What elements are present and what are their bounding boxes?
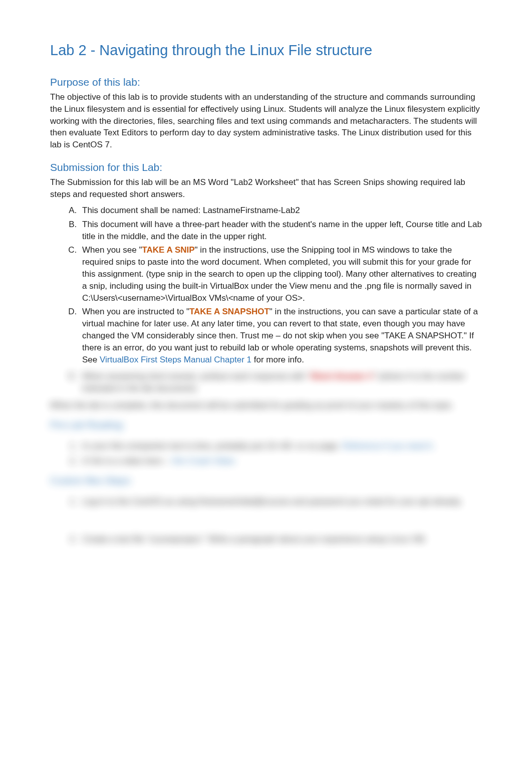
submission-item-b: This document will have a three-part hea… bbox=[79, 219, 482, 243]
custom-step-1: Log-in to the CentOS as using firstname/… bbox=[79, 496, 482, 508]
submission-heading: Submission for this Lab: bbox=[50, 160, 482, 174]
summary-text: When the lab is complete, this document … bbox=[50, 400, 482, 412]
text: When you are instructed to " bbox=[82, 307, 189, 316]
vim-video-link[interactable]: Vim Crash Video bbox=[171, 456, 235, 466]
submission-list: This document shall be named: LastnameFi… bbox=[50, 205, 482, 365]
reference-link[interactable]: Reference if you need it. bbox=[342, 441, 434, 451]
short-answer-label: Short Answer # bbox=[311, 371, 373, 381]
custom-step-2: Create a text file "courseproject." Writ… bbox=[79, 533, 482, 545]
submission-item-d: When you are instructed to "TAKE A SNAPS… bbox=[79, 306, 482, 365]
submission-item-c: When you see "TAKE A SNIP" in the instru… bbox=[79, 244, 482, 304]
blurred-content: When answering short answer, preface eac… bbox=[50, 370, 482, 545]
purpose-heading: Purpose of this lab: bbox=[50, 75, 482, 89]
take-a-snapshot-label: TAKE A SNAPSHOT bbox=[189, 307, 270, 316]
submission-item-e: When answering short answer, preface eac… bbox=[79, 370, 482, 395]
text: A Vim is a video here – bbox=[82, 456, 171, 466]
prelab-item-1: In your this companion text is time, pro… bbox=[79, 440, 482, 452]
prelab-heading: Pre-Lab Reading: bbox=[50, 419, 482, 432]
take-a-snip-label: TAKE A SNIP bbox=[142, 245, 194, 255]
virtualbox-manual-link[interactable]: VirtualBox First Steps Manual Chapter 1 bbox=[100, 355, 251, 364]
purpose-text: The objective of this lab is to provide … bbox=[50, 91, 482, 151]
text: When you see " bbox=[82, 245, 142, 255]
custom-heading: Custom files Steps: bbox=[50, 474, 482, 488]
submission-item-a: This document shall be named: LastnameFi… bbox=[79, 205, 482, 217]
text: In your this companion text is time, pro… bbox=[82, 441, 342, 451]
submission-intro: The Submission for this lab will be an M… bbox=[50, 176, 482, 201]
text: for more info. bbox=[251, 355, 304, 364]
text: When answering short answer, preface eac… bbox=[82, 371, 311, 381]
page-title: Lab 2 - Navigating through the Linux Fil… bbox=[50, 40, 482, 61]
prelab-item-2: A Vim is a video here – Vim Crash Video bbox=[79, 455, 482, 467]
